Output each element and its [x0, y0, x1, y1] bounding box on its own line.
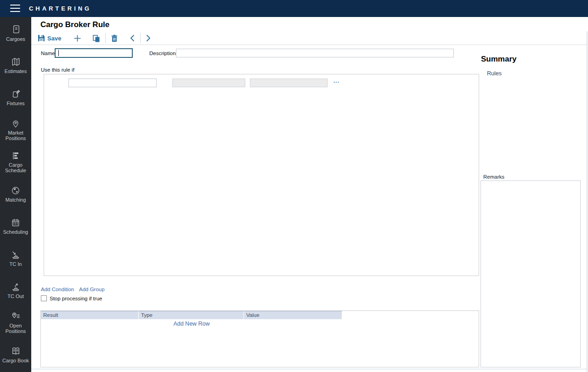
delete-button[interactable] — [111, 34, 118, 42]
previous-record-button[interactable] — [130, 34, 135, 42]
stop-processing-label: Stop processing if true — [50, 296, 102, 301]
sidebar-item-matching[interactable]: Matching — [0, 178, 31, 210]
column-header-result: Result — [41, 311, 139, 319]
sidebar-item-tc-out[interactable]: TC Out — [0, 274, 31, 306]
stop-processing-row: Stop processing if true — [41, 295, 102, 301]
rules-label: Rules — [487, 70, 502, 77]
result-table: Result Type Value Add New Row — [40, 310, 479, 367]
chevron-left-icon — [130, 34, 135, 42]
add-new-row-container: Add New Row — [41, 321, 342, 327]
map-icon — [11, 56, 21, 67]
description-input[interactable] — [176, 49, 454, 57]
sidebar-item-label: Cargoes — [6, 36, 25, 42]
sidebar-item-estimates[interactable]: Estimates — [0, 49, 31, 81]
save-icon — [38, 34, 45, 42]
remarks-label: Remarks — [483, 174, 504, 180]
bottom-divider — [31, 369, 587, 369]
text-caret — [58, 50, 59, 56]
description-label: Description — [149, 51, 175, 56]
toolbar-separator — [140, 33, 141, 43]
sidebar-item-tc-in[interactable]: TC In — [0, 242, 31, 274]
scroll-pen-icon — [11, 89, 21, 99]
toolbar-separator — [105, 33, 106, 43]
trash-icon — [111, 34, 118, 42]
sidebar-item-market-positions[interactable]: Market Positions — [0, 113, 31, 146]
sidebar-item-label: Cargo Book — [2, 358, 29, 363]
condition-more-button[interactable]: ... — [334, 78, 339, 84]
sidebar-item-label: Open Positions — [1, 323, 30, 334]
top-navigation-bar: CHARTERING — [0, 0, 588, 17]
sidebar-item-label: Cargo Schedule — [1, 162, 30, 173]
app-title: CHARTERING — [29, 0, 91, 17]
open-book-icon — [11, 346, 21, 356]
copy-button[interactable] — [92, 34, 100, 42]
add-condition-link[interactable]: Add Condition — [41, 287, 74, 292]
add-button[interactable] — [74, 34, 81, 42]
condition-value-input[interactable] — [250, 79, 328, 87]
sidebar-item-cargo-schedule[interactable]: Cargo Schedule — [0, 146, 31, 178]
scroll-icon — [11, 24, 21, 35]
pin-list-icon — [11, 311, 21, 321]
hamburger-icon[interactable] — [10, 5, 20, 12]
app-window: CHARTERING Cargoes Estimates Fixtures — [0, 0, 588, 372]
save-button-label: Save — [47, 35, 61, 42]
column-header-value: Value — [244, 311, 342, 319]
chevron-right-icon — [146, 34, 151, 42]
sidebar-item-cargoes[interactable]: Cargoes — [0, 17, 31, 49]
ship-out-icon — [11, 282, 21, 292]
name-input[interactable] — [55, 48, 133, 58]
stop-processing-checkbox[interactable] — [41, 295, 47, 301]
toolbar-divider — [31, 45, 587, 45]
copy-icon — [92, 34, 100, 42]
gantt-icon — [11, 151, 21, 161]
sidebar-item-label: Scheduling — [3, 229, 28, 235]
sidebar-item-scheduling[interactable]: Scheduling — [0, 210, 31, 242]
rule-conditions-panel: ... — [44, 74, 479, 276]
add-icon — [74, 34, 81, 42]
sidebar-item-cargo-book[interactable]: Cargo Book — [0, 338, 31, 371]
sidebar-item-fixtures[interactable]: Fixtures — [0, 81, 31, 113]
sidebar-item-label: TC Out — [7, 293, 23, 299]
save-button[interactable]: Save — [38, 34, 61, 42]
location-pin-icon — [11, 118, 21, 129]
sidebar-item-label: Market Positions — [1, 130, 30, 141]
page-title: Cargo Broker Rule — [40, 20, 109, 29]
toolbar: Save — [38, 32, 151, 45]
add-new-row-link[interactable]: Add New Row — [173, 321, 209, 327]
sidebar-item-label: Fixtures — [6, 101, 24, 106]
sidebar-item-label: Matching — [6, 197, 26, 203]
condition-field-input[interactable] — [68, 79, 157, 87]
sidebar-item-open-positions[interactable]: Open Positions — [0, 306, 31, 338]
add-group-link[interactable]: Add Group — [79, 287, 105, 292]
remarks-textarea[interactable] — [481, 180, 581, 367]
ship-in-icon — [11, 249, 21, 260]
summary-title: Summary — [481, 55, 516, 64]
calendar-icon — [11, 218, 21, 228]
sidebar: Cargoes Estimates Fixtures Market Positi… — [0, 17, 31, 372]
rule-section-label: Use this rule if — [41, 67, 74, 73]
next-record-button[interactable] — [146, 34, 151, 42]
name-label: Name — [41, 51, 55, 56]
condition-operator-input[interactable] — [172, 79, 245, 87]
sidebar-item-label: Estimates — [5, 68, 27, 74]
globe-icon — [11, 186, 21, 196]
result-table-header: Result Type Value — [41, 311, 342, 319]
column-header-type: Type — [139, 311, 244, 319]
sidebar-item-label: TC In — [10, 261, 22, 267]
